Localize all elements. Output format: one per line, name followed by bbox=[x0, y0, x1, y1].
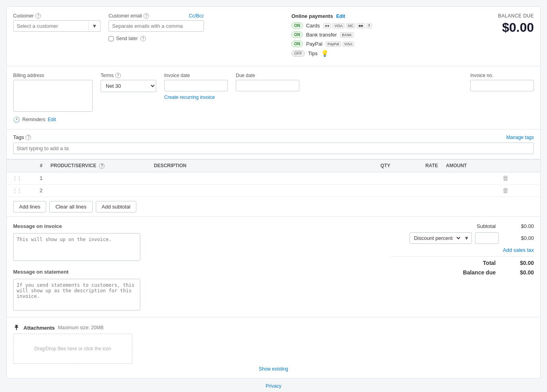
rate-cell[interactable] bbox=[394, 184, 442, 197]
product-service-cell[interactable] bbox=[47, 172, 150, 184]
billing-address-label: Billing address bbox=[13, 73, 44, 78]
message-on-invoice-label: Message on invoice bbox=[13, 223, 62, 229]
customer-chevron-icon[interactable]: ▼ bbox=[88, 21, 100, 31]
message-on-statement-field: Message on statement bbox=[13, 269, 172, 311]
message-on-statement-textarea[interactable] bbox=[13, 279, 140, 311]
clear-all-lines-button[interactable]: Clear all lines bbox=[49, 201, 92, 212]
customer-email-input[interactable] bbox=[109, 20, 204, 32]
total-row: Total $0.00 bbox=[391, 260, 534, 266]
tags-input[interactable] bbox=[13, 143, 534, 154]
delete-row-icon[interactable]: 🗑 bbox=[502, 175, 509, 182]
attachments-max-size: Maximum size: 20MB bbox=[58, 325, 104, 330]
customer-field: Customer ? ▼ bbox=[13, 13, 101, 32]
summary-balance-due-value: $0.00 bbox=[502, 269, 534, 276]
cc-bcc-link[interactable]: Cc/Bcc bbox=[189, 13, 204, 19]
tags-label: Tags bbox=[13, 134, 24, 140]
invoice-no-label: Invoice no. bbox=[470, 73, 493, 78]
balance-due-amount: $0.00 bbox=[498, 20, 534, 35]
discount-row: Discount percent Discount amount ▼ $0.00 bbox=[391, 232, 534, 244]
drop-zone-text: Drag/Drop files here or click the icon bbox=[34, 346, 111, 351]
customer-email-help-icon[interactable]: ? bbox=[144, 13, 149, 19]
cards-toggle[interactable]: ON bbox=[291, 22, 303, 29]
due-date-field: Due date 05/30/2024 bbox=[236, 73, 299, 91]
reminders-label: Reminders bbox=[22, 117, 45, 122]
qty-cell[interactable] bbox=[347, 184, 394, 197]
cards-icons: ●● VISA MC ■■ ‽ bbox=[323, 23, 372, 29]
amount-cell bbox=[442, 184, 471, 197]
reminders-edit-link[interactable]: Edit bbox=[48, 117, 56, 122]
send-later-checkbox[interactable] bbox=[109, 36, 114, 41]
paypal-toggle[interactable]: ON bbox=[291, 41, 303, 47]
drop-zone[interactable]: Drag/Drop files here or click the icon bbox=[13, 334, 132, 364]
customer-select-wrapper[interactable]: ▼ bbox=[13, 20, 101, 32]
customer-email-label: Customer email bbox=[109, 13, 142, 19]
message-on-invoice-field: Message on invoice bbox=[13, 223, 172, 261]
invoice-no-input[interactable]: 1006 bbox=[470, 80, 534, 91]
add-subtotal-button[interactable]: Add subtotal bbox=[96, 201, 136, 212]
col-amount: AMOUNT bbox=[442, 160, 471, 172]
summary-divider bbox=[391, 256, 534, 257]
due-date-input[interactable]: 05/30/2024 bbox=[236, 80, 299, 91]
product-service-cell[interactable] bbox=[47, 184, 150, 197]
total-label: Total bbox=[456, 260, 496, 266]
show-existing-link[interactable]: Show existing bbox=[259, 366, 288, 372]
invoice-date-input[interactable]: 04/30/2024 bbox=[164, 80, 228, 91]
tips-toggle[interactable]: OFF bbox=[291, 50, 305, 57]
cards-payment-row: ON Cards ●● VISA MC ■■ ‽ bbox=[291, 22, 411, 29]
send-later-help-icon[interactable]: ? bbox=[140, 36, 146, 41]
message-on-invoice-textarea[interactable] bbox=[13, 233, 140, 261]
reminders-row: 🕐 Reminders Edit bbox=[13, 116, 534, 123]
add-sales-tax-link[interactable]: Add sales tax bbox=[503, 247, 534, 253]
discount-select[interactable]: Discount percent Discount amount bbox=[410, 233, 462, 243]
description-cell[interactable] bbox=[150, 172, 347, 184]
customer-help-icon[interactable]: ? bbox=[35, 13, 41, 19]
create-recurring-link[interactable]: Create recurring invoice bbox=[164, 95, 228, 100]
invoice-date-field: Invoice date 04/30/2024 Create recurring… bbox=[164, 73, 228, 100]
clock-icon: 🕐 bbox=[13, 116, 20, 123]
online-payments-label: Online payments bbox=[291, 13, 333, 19]
customer-input[interactable] bbox=[14, 21, 88, 31]
balance-due-label: BALANCE DUE bbox=[498, 13, 534, 19]
manage-tags-link[interactable]: Manage tags bbox=[506, 135, 534, 140]
description-cell[interactable] bbox=[150, 184, 347, 197]
table-row: ⋮⋮ 2 🗑 bbox=[7, 184, 540, 197]
drag-handle-icon[interactable]: ⋮⋮ bbox=[12, 175, 21, 181]
terms-select[interactable]: Net 30 Net 15 Net 60 Due on receipt bbox=[101, 80, 156, 92]
rate-cell[interactable] bbox=[394, 172, 442, 184]
table-row: ⋮⋮ 1 🗑 bbox=[7, 172, 540, 184]
summary-balance-due-label: Balance due bbox=[456, 269, 496, 276]
paypal-label: PayPal bbox=[306, 41, 322, 47]
attachments-section: 🖈 Attachments Maximum size: 20MB Drag/Dr… bbox=[6, 317, 541, 378]
attachment-icon: 🖈 bbox=[13, 324, 20, 332]
customer-email-field: Customer email ? Cc/Bcc Send later ? bbox=[109, 13, 204, 41]
summary-section: Subtotal $0.00 Discount percent Discount… bbox=[391, 223, 534, 311]
qty-cell[interactable] bbox=[347, 172, 394, 184]
bank-transfer-toggle[interactable]: ON bbox=[291, 31, 303, 38]
send-later-label: Send later bbox=[116, 36, 138, 41]
add-lines-button[interactable]: Add lines bbox=[13, 201, 46, 212]
bank-transfer-icons: BANK bbox=[340, 32, 354, 38]
product-help-icon[interactable]: ? bbox=[99, 163, 105, 169]
bank-transfer-label: Bank transfer bbox=[306, 32, 337, 38]
col-drag bbox=[7, 160, 27, 172]
tips-label: Tips bbox=[308, 50, 318, 56]
bank-transfer-payment-row: ON Bank transfer BANK bbox=[291, 31, 411, 38]
row-num: 1 bbox=[27, 172, 47, 184]
terms-help-icon[interactable]: ? bbox=[115, 73, 121, 78]
total-value: $0.00 bbox=[502, 260, 534, 266]
discount-input[interactable] bbox=[475, 232, 499, 244]
invoice-date-label: Invoice date bbox=[164, 73, 190, 78]
discount-value: $0.00 bbox=[502, 235, 534, 241]
tags-section: Tags ? Manage tags bbox=[6, 129, 541, 159]
privacy-link[interactable]: Privacy bbox=[266, 383, 281, 389]
customer-label: Customer bbox=[13, 13, 34, 19]
delete-row-icon[interactable]: 🗑 bbox=[502, 187, 509, 194]
invoice-table: # PRODUCT/SERVICE ? DESCRIPTION QTY RATE… bbox=[7, 159, 540, 197]
discount-select-wrapper[interactable]: Discount percent Discount amount ▼ bbox=[409, 232, 472, 244]
online-payments-edit-link[interactable]: Edit bbox=[336, 14, 345, 19]
subtotal-label: Subtotal bbox=[456, 223, 496, 229]
billing-address-input[interactable] bbox=[13, 80, 93, 112]
billing-address-field: Billing address bbox=[13, 73, 93, 112]
drag-handle-icon[interactable]: ⋮⋮ bbox=[12, 187, 21, 193]
tags-help-icon[interactable]: ? bbox=[25, 135, 31, 140]
